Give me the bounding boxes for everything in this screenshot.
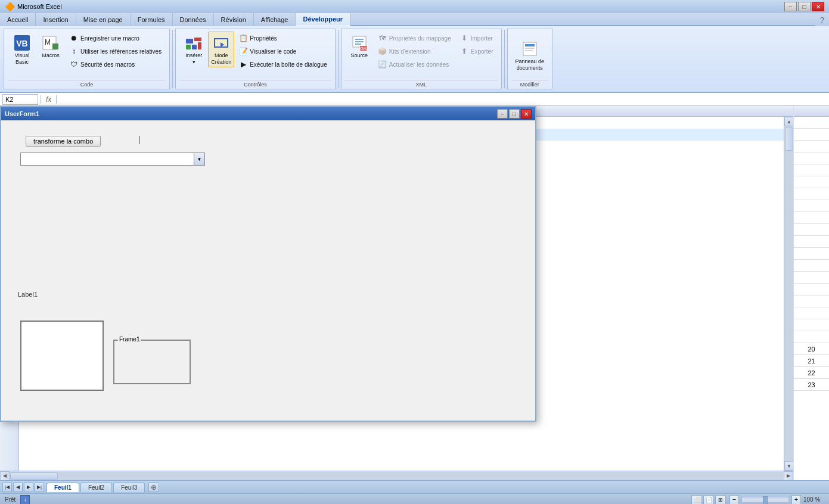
tab-mise-en-page[interactable]: Mise en page	[76, 13, 131, 26]
transforme-combo-button[interactable]: transforme la combo	[26, 136, 101, 147]
svg-rect-19	[525, 44, 535, 46]
executer-boite-button[interactable]: ▶ Exécuter la boîte de dialogue	[235, 58, 330, 71]
extra-num-cell	[794, 284, 829, 295]
sheet-nav-next[interactable]: ▶	[24, 483, 33, 492]
frame1-inner: Frame1	[114, 340, 190, 384]
references-relatives-button[interactable]: ↕ Utiliser les références relatives	[66, 45, 164, 58]
svg-marker-11	[221, 42, 224, 47]
ribbon-group-controles: Insérer▾ ModeCréation 📋 Propriétés	[175, 29, 336, 89]
excel-logo-icon: 🔶	[5, 2, 15, 11]
h-scroll-thumb[interactable]	[10, 472, 58, 480]
svg-text:XML: XML	[359, 46, 368, 51]
mode-creation-label: ModeCréation	[211, 52, 231, 66]
listbox-control[interactable]	[20, 321, 104, 391]
xml-group-label: XML	[345, 80, 498, 88]
source-button[interactable]: XML Source	[346, 32, 372, 61]
dialog-close-button[interactable]: ✕	[521, 109, 532, 119]
zoom-in-button[interactable]: +	[791, 495, 801, 505]
modifier-group-label: Modifier	[511, 80, 549, 88]
normal-view-button[interactable]: ⬜	[691, 495, 702, 505]
extra-num-22: 22	[794, 367, 829, 379]
dialog-minimize-button[interactable]: −	[497, 109, 508, 119]
visualiser-code-button[interactable]: 📝 Visualiser le code	[235, 45, 330, 58]
extra-number-column: 20 21 22 23	[793, 106, 829, 480]
page-break-view-button[interactable]: ⊞	[715, 495, 726, 505]
proprietes-mappage-button: 🗺 Propriétés du mappage	[375, 32, 454, 45]
horizontal-scrollbar[interactable]: ◀ ▶	[0, 471, 793, 480]
vertical-scrollbar[interactable]: ▲ ▼	[784, 117, 793, 471]
tab-developpeur[interactable]: Développeur	[296, 13, 350, 26]
close-button[interactable]: ✕	[812, 2, 824, 11]
zoom-slider-thumb[interactable]	[763, 496, 768, 505]
add-sheet-button[interactable]: ⊕	[148, 483, 159, 492]
dialog-maximize-button[interactable]: □	[509, 109, 520, 119]
scroll-right-button[interactable]: ▶	[784, 471, 793, 481]
tab-accueil[interactable]: Accueil	[0, 13, 36, 26]
dialog-titlebar: UserForm1 − □ ✕	[1, 107, 535, 120]
zoom-out-button[interactable]: −	[729, 495, 739, 505]
enregistrer-macro-button[interactable]: ⏺ Enregistrer une macro	[66, 32, 164, 45]
sheet-nav-last[interactable]: ▶|	[35, 483, 44, 492]
controles-group-label: Contrôles	[179, 80, 331, 88]
minimize-button[interactable]: −	[784, 2, 797, 11]
status-left: Prêt i	[5, 495, 30, 505]
tab-insertion[interactable]: Insertion	[36, 13, 76, 26]
extra-num-cell	[794, 200, 829, 212]
export-icon: ⬆	[459, 46, 469, 56]
status-bar: Prêt i ⬜ 📄 ⊞ − + 100 %	[0, 493, 829, 504]
userform-dialog: UserForm1 − □ ✕ transforme la combo ▼	[0, 106, 536, 422]
visual-basic-icon: VB	[13, 33, 32, 52]
title-bar: 🔶 Microsoft Excel − □ ✕	[0, 0, 829, 13]
tab-affichage[interactable]: Affichage	[254, 13, 296, 26]
extra-num-cell	[794, 224, 829, 236]
code-group-label: Code	[8, 80, 166, 88]
extra-num-cell	[794, 153, 829, 164]
visual-basic-button[interactable]: VB VisualBasic	[9, 32, 35, 67]
page-layout-button[interactable]: 📄	[703, 495, 714, 505]
combobox-dropdown-arrow[interactable]: ▼	[194, 153, 204, 165]
sheet-nav-first[interactable]: |◀	[2, 483, 12, 492]
refresh-icon: 🔄	[378, 60, 387, 69]
svg-rect-6	[194, 38, 201, 41]
frame1-control: Frame1 Frame1	[113, 340, 191, 384]
scroll-left-button[interactable]: ◀	[0, 471, 10, 481]
extra-num-cell	[794, 141, 829, 153]
ribbon-group-xml: XML Source 🗺 Propriétés du mappage 📦 Kit…	[341, 29, 502, 89]
proprietes-button[interactable]: 📋 Propriétés	[235, 32, 330, 45]
mode-creation-button[interactable]: ModeCréation	[208, 32, 234, 67]
shield-icon: 🛡	[69, 60, 79, 69]
sheet-tab-feuil1[interactable]: Feuil1	[46, 483, 79, 492]
ribbon-help-icon[interactable]: ?	[815, 13, 829, 26]
combobox-control[interactable]: ▼	[20, 153, 205, 166]
scroll-thumb[interactable]	[785, 127, 793, 151]
ribbon-group-code: VB VisualBasic M Macros	[4, 29, 170, 89]
sheet-nav-prev[interactable]: ◀	[13, 483, 23, 492]
maximize-button[interactable]: □	[798, 2, 811, 11]
svg-rect-8	[192, 45, 197, 49]
macros-button[interactable]: M Macros	[38, 32, 64, 61]
extra-num-cell	[794, 176, 829, 188]
tab-revision[interactable]: Révision	[214, 13, 254, 26]
formula-divider	[41, 95, 41, 104]
svg-text:M: M	[45, 38, 51, 46]
sheet-tab-feuil2[interactable]: Feuil2	[80, 483, 112, 492]
extra-num-cell	[794, 164, 829, 176]
scroll-down-button[interactable]: ▼	[784, 461, 793, 471]
exporter-button: ⬆ Exporter	[457, 45, 496, 58]
dialog-body: transforme la combo ▼ Label1	[1, 120, 535, 421]
scroll-up-button[interactable]: ▲	[784, 117, 793, 126]
tab-donnees[interactable]: Données	[173, 13, 214, 26]
sheet-tab-feuil3[interactable]: Feuil3	[113, 483, 145, 492]
svg-rect-4	[52, 43, 58, 49]
ref-icon: ↕	[69, 46, 79, 56]
panneau-button[interactable]: Panneau dedocuments	[513, 38, 548, 73]
sheet-nav-buttons: |◀ ◀ ▶ ▶|	[0, 483, 46, 492]
extra-num-20: 20	[794, 343, 829, 355]
svg-rect-7	[186, 45, 191, 49]
cell-reference-input[interactable]	[2, 94, 38, 105]
inserer-button[interactable]: Insérer▾	[181, 32, 207, 67]
zoom-slider[interactable]	[741, 497, 789, 503]
securite-macros-button[interactable]: 🛡 Sécurité des macros	[66, 58, 164, 71]
tab-formules[interactable]: Formules	[131, 13, 173, 26]
formula-input[interactable]	[59, 96, 827, 103]
